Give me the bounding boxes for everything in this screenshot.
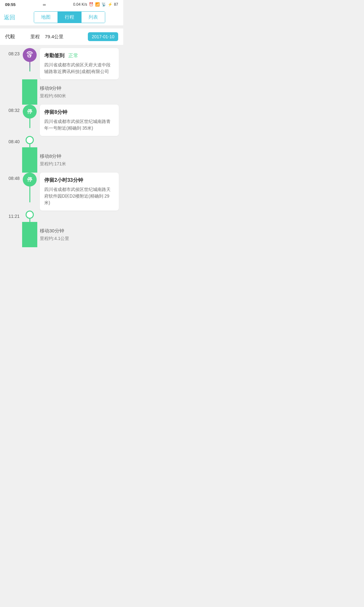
- small-node-2: [26, 211, 34, 219]
- move-1-distance: 里程约:680米: [40, 93, 119, 99]
- event-time-08-48: 08:48: [0, 173, 22, 181]
- summary-distance-label: 里程: [30, 34, 40, 40]
- checkin-card: 考勤签到 正常 四川省成都市武侯区天府大道中段辅路靠近腾讯科技(成都)有限公司: [40, 48, 119, 79]
- timeline-event-stop-1: 08:32 停 停留8分钟 四川省成都市武侯区世纪城南路青年一号附近(精确到 3…: [0, 105, 123, 136]
- stop-2-title: 停留2小时33分钟: [44, 177, 114, 184]
- line-after-end-stop-2: [29, 219, 30, 222]
- checkin-title: 考勤签到 正常: [44, 52, 114, 59]
- status-time: 09:55: [5, 2, 15, 7]
- status-right: 0.04 K/s ⏰ 📶 📡 ⚡ 87: [73, 2, 118, 7]
- status-signal-icon: 📡: [101, 2, 106, 7]
- fingerprint-icon: [26, 51, 34, 59]
- status-network-icon: ∞: [43, 2, 46, 7]
- seg-time-empty-2: [0, 147, 22, 173]
- move-1-content: 移动9分钟 里程约:680米: [40, 79, 119, 105]
- move-3-duration: 移动30分钟: [40, 228, 119, 234]
- node-col-checkin: [22, 48, 37, 71]
- timeline-end-stop-2: 11:21: [0, 211, 123, 222]
- move-1-duration: 移动9分钟: [40, 85, 119, 91]
- status-charging-icon: ⚡: [108, 2, 112, 7]
- line-after-checkin: [29, 62, 30, 71]
- summary-name: 代毅: [5, 34, 15, 40]
- event-time-11-21: 11:21: [0, 211, 22, 219]
- node-col-stop-1: 停: [22, 105, 37, 128]
- stop-2-address: 四川省成都市武侯区世纪城南路天府软件园D区D2楼附近(精确到 29米): [44, 186, 114, 206]
- status-battery: 87: [114, 2, 118, 7]
- top-nav: 返回 地图 行程 列表: [0, 9, 123, 26]
- move-2-duration: 移动8分钟: [40, 153, 119, 159]
- seg-line-col-3: [22, 222, 37, 247]
- stop-1-card: 停留8分钟 四川省成都市武侯区世纪城南路青年一号附近(精确到 35米): [40, 105, 119, 136]
- stop-node-1: 停: [23, 105, 37, 119]
- checkin-status: 正常: [68, 53, 78, 58]
- status-bar: 09:55 ∞ 0.04 K/s ⏰ 📶 📡 ⚡ 87: [0, 0, 123, 9]
- seg-line-col-2: [22, 147, 37, 173]
- checkin-node: [23, 48, 37, 62]
- seg-line-1: [22, 79, 37, 105]
- timeline-event-checkin: 08:23 考勤签到 正常 四川省成都市武侯区天府大道中段辅路靠近腾讯科技(成都…: [0, 48, 123, 79]
- stop-1-content: 停留8分钟 四川省成都市武侯区世纪城南路青年一号附近(精确到 35米): [40, 105, 119, 136]
- status-clock-icon: ⏰: [89, 2, 94, 7]
- small-node-1: [26, 136, 34, 144]
- seg-line-col-1: [22, 79, 37, 105]
- timeline: 08:23 考勤签到 正常 四川省成都市武侯区天府大道中段辅路靠近腾讯科技(成都…: [0, 45, 123, 254]
- seg-line-3: [22, 222, 37, 247]
- move-2-content: 移动8分钟 里程约:171米: [40, 147, 119, 173]
- stop-2-card: 停留2小时33分钟 四川省成都市武侯区世纪城南路天府软件园D区D2楼附近(精确到…: [40, 173, 119, 211]
- summary-date: 2017-01-10: [88, 32, 118, 41]
- move-segment-3: 移动30分钟 里程约:4.1公里: [0, 222, 123, 247]
- line-after-stop-2: [29, 187, 30, 202]
- move-segment-2: 移动8分钟 里程约:171米: [0, 147, 123, 173]
- back-button[interactable]: 返回: [4, 14, 20, 21]
- summary-distance-value: 79.4公里: [45, 34, 64, 40]
- line-after-stop-1: [29, 119, 30, 128]
- tab-group: 地图 行程 列表: [34, 11, 105, 23]
- event-time-08-40: 08:40: [0, 136, 22, 144]
- line-after-end-stop-1: [29, 144, 30, 147]
- checkin-address: 四川省成都市武侯区天府大道中段辅路靠近腾讯科技(成都)有限公司: [44, 62, 114, 75]
- seg-time-empty-3: [0, 222, 22, 247]
- node-col-stop-2: 停: [22, 173, 37, 202]
- move-3-distance: 里程约:4.1公里: [40, 236, 119, 242]
- status-wifi-icon: 📶: [95, 2, 100, 7]
- tab-map[interactable]: 地图: [34, 12, 58, 23]
- move-3-content: 移动30分钟 里程约:4.1公里: [40, 222, 119, 247]
- stop-1-address: 四川省成都市武侯区世纪城南路青年一号附近(精确到 35米): [44, 118, 114, 132]
- seg-time-empty-1: [0, 79, 22, 105]
- status-speed: 0.04 K/s: [73, 2, 87, 7]
- timeline-end-stop-1: 08:40: [0, 136, 123, 147]
- tab-list[interactable]: 列表: [82, 12, 105, 23]
- stop-node-2: 停: [23, 173, 37, 187]
- stop-2-content: 停留2小时33分钟 四川省成都市武侯区世纪城南路天府软件园D区D2楼附近(精确到…: [40, 173, 119, 211]
- node-col-end-stop-1: [22, 136, 37, 147]
- move-segment-1: 移动9分钟 里程约:680米: [0, 79, 123, 105]
- timeline-event-stop-2: 08:48 停 停留2小时33分钟 四川省成都市武侯区世纪城南路天府软件园D区D…: [0, 173, 123, 211]
- seg-line-2: [22, 147, 37, 173]
- event-time-08-32: 08:32: [0, 105, 22, 113]
- tab-trip[interactable]: 行程: [58, 12, 82, 23]
- event-time-08-23: 08:23: [0, 48, 22, 56]
- summary-bar: 代毅 里程 79.4公里 2017-01-10: [0, 28, 123, 45]
- stop-1-title: 停留8分钟: [44, 109, 114, 116]
- node-col-end-stop-2: [22, 211, 37, 222]
- move-2-distance: 里程约:171米: [40, 161, 119, 167]
- checkin-content: 考勤签到 正常 四川省成都市武侯区天府大道中段辅路靠近腾讯科技(成都)有限公司: [40, 48, 119, 79]
